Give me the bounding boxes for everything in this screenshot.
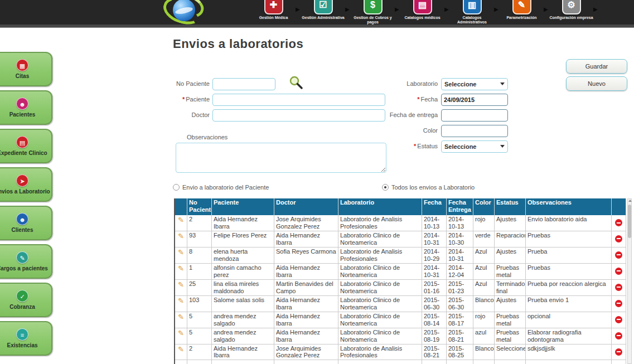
fecha-entrega-input[interactable] bbox=[441, 109, 508, 122]
col-color[interactable]: Color bbox=[473, 198, 495, 215]
cell-paciente: andrea mendez salgado bbox=[212, 328, 274, 344]
sidebar-item-appointments[interactable]: ▦ Citas bbox=[0, 52, 52, 86]
table-row-partial bbox=[175, 360, 626, 364]
table-row: ✎ 25 lina elisa mireles maldonado Martin… bbox=[175, 280, 626, 296]
radio-envio-paciente[interactable]: Envio a laboratorio del Paciente bbox=[173, 184, 269, 191]
sidebar-item-patients[interactable]: ☻ Pacientes bbox=[0, 90, 52, 125]
company-logo bbox=[163, 0, 206, 28]
cell-doctor: Jose Arquimides Gonzalez Perez bbox=[274, 344, 338, 361]
edit-row-icon[interactable]: ✎ bbox=[178, 216, 184, 224]
cell-doctor: Aida Hernandez Ibarra bbox=[274, 296, 338, 312]
table-row: ✎ 5 andrea mendez salgado Aida Hernandez… bbox=[175, 312, 626, 328]
nav-item-payments[interactable]: $ Gestion de Cobros y pagos bbox=[348, 0, 398, 25]
sidebar-item-lab-shipments[interactable]: ➤ Envios a Laboratorio bbox=[0, 167, 52, 202]
delete-row-icon[interactable] bbox=[615, 316, 622, 323]
fecha-input[interactable] bbox=[441, 94, 508, 106]
no-paciente-input[interactable] bbox=[212, 78, 275, 90]
scroll-up-arrow-icon[interactable] bbox=[628, 200, 632, 202]
delete-row-icon[interactable] bbox=[615, 332, 622, 339]
delete-row-icon[interactable] bbox=[615, 268, 622, 275]
cell-laboratorio: Laboratorio Clinico de Norteamerica bbox=[338, 280, 422, 296]
cell-observaciones: opcional bbox=[526, 312, 612, 328]
cell-fecha: 2015-08-14 bbox=[422, 312, 447, 328]
delete-row-icon[interactable] bbox=[615, 300, 622, 307]
nav-item-medical-management[interactable]: ✚ Gestión Médica bbox=[249, 0, 298, 20]
delete-row-icon[interactable] bbox=[615, 219, 622, 226]
company-settings-icon: ⚙ bbox=[562, 0, 581, 14]
col-paciente[interactable]: Paciente bbox=[212, 198, 274, 215]
paciente-input[interactable] bbox=[212, 94, 385, 106]
laboratorio-label: Laboratorio bbox=[368, 80, 438, 87]
nav-item-administrative-management[interactable]: ☑ Gestión Administrativa bbox=[298, 0, 348, 20]
col-no-paciente[interactable]: No Paciente bbox=[187, 198, 212, 215]
cell-estatus: Ajustes bbox=[495, 296, 526, 312]
col-fecha[interactable]: Fecha bbox=[422, 198, 447, 215]
laboratorio-select[interactable]: Seleccione bbox=[441, 78, 508, 90]
edit-row-icon[interactable]: ✎ bbox=[178, 345, 184, 353]
clinical-record-icon: ▤ bbox=[16, 136, 28, 148]
edit-row-icon[interactable]: ✎ bbox=[178, 313, 184, 321]
observaciones-textarea[interactable] bbox=[176, 143, 386, 173]
save-button[interactable]: Guardar bbox=[566, 59, 627, 74]
cell-fecha: 2015-08-21 bbox=[422, 344, 447, 361]
cell-estatus: Seleccione bbox=[495, 344, 526, 361]
delete-column-header bbox=[612, 198, 626, 215]
cell-fecha-entrega: 2015-06-30 bbox=[447, 296, 473, 312]
nav-item-medical-catalogs[interactable]: ▤ Catalogos médicos bbox=[398, 0, 447, 20]
cell-fecha-entrega: 2015-01-23 bbox=[447, 280, 473, 296]
cell-doctor: Martin Benavides del Campo bbox=[274, 280, 338, 296]
table-row: ✎ 2 Aida Hernandez Ibarra Jose Arquimide… bbox=[175, 344, 626, 361]
cell-fecha: 2014-10-13 bbox=[422, 215, 447, 231]
delete-row-icon[interactable] bbox=[615, 251, 622, 259]
cell-laboratorio: Laboratorio Clinico de Norteamerica bbox=[338, 264, 422, 280]
sidebar-item-label: Pacientes bbox=[9, 112, 36, 118]
radio-icon[interactable] bbox=[173, 184, 180, 191]
table-scrollbar[interactable] bbox=[627, 198, 632, 364]
edit-row-icon[interactable]: ✎ bbox=[178, 297, 184, 305]
cell-estatus: Ajustes bbox=[495, 215, 526, 231]
cell-paciente: Salome salas solis bbox=[212, 296, 274, 312]
edit-row-icon[interactable]: ✎ bbox=[178, 232, 184, 240]
sidebar-item-patient-charges[interactable]: ✎ Cargos a pacientes bbox=[0, 244, 52, 279]
cell-color: rojo bbox=[473, 215, 495, 231]
observaciones-label: Observaciones bbox=[187, 134, 243, 140]
sidebar-item-collections[interactable]: ✓ Cobranza bbox=[0, 283, 52, 317]
delete-row-icon[interactable] bbox=[615, 235, 622, 242]
delete-row-icon[interactable] bbox=[615, 284, 622, 291]
col-doctor[interactable]: Doctor bbox=[274, 198, 338, 215]
color-input[interactable] bbox=[441, 125, 508, 137]
cell-estatus: Ajustes bbox=[495, 247, 526, 264]
doctor-input[interactable] bbox=[212, 109, 385, 122]
col-fecha-entrega[interactable]: Fecha Entrega bbox=[447, 198, 473, 215]
cell-color: Azul bbox=[473, 264, 495, 280]
nav-item-company-settings[interactable]: ⚙ Configuración empresa bbox=[546, 0, 596, 20]
cell-no-paciente: 1 bbox=[187, 264, 212, 280]
cell-no-paciente: 8 bbox=[187, 247, 212, 264]
col-estatus[interactable]: Estatus bbox=[495, 198, 526, 215]
radio-todos-envios[interactable]: Todos los envios a Laboratorio bbox=[382, 184, 475, 191]
color-label: Color bbox=[368, 127, 438, 134]
col-laboratorio[interactable]: Laboratorio bbox=[338, 198, 422, 215]
scrollbar-thumb[interactable] bbox=[628, 205, 631, 238]
col-observaciones[interactable]: Observaciones bbox=[526, 198, 612, 215]
table-row: ✎ 5 andrea mendez salgado Aida Hernandez… bbox=[175, 328, 626, 344]
nav-item-parameters[interactable]: ✎ Parametrización bbox=[497, 0, 546, 20]
radio-envio-paciente-label: Envio a laboratorio del Paciente bbox=[182, 184, 269, 191]
edit-row-icon[interactable]: ✎ bbox=[178, 248, 184, 256]
sidebar-item-label: Existencias bbox=[7, 343, 37, 349]
edit-row-icon[interactable]: ✎ bbox=[178, 264, 184, 273]
search-icon[interactable] bbox=[288, 75, 304, 90]
edit-row-icon[interactable]: ✎ bbox=[178, 280, 184, 289]
delete-row-icon[interactable] bbox=[615, 348, 622, 356]
radio-icon-selected[interactable] bbox=[382, 184, 389, 191]
new-button[interactable]: Nuevo bbox=[566, 76, 627, 91]
nav-item-admin-catalogs[interactable]: ▥ Catalogos Administrativos bbox=[447, 0, 497, 25]
sidebar-item-clients[interactable]: ☻ Clientes bbox=[0, 206, 52, 240]
sidebar-item-stock[interactable]: ≡ Existencias bbox=[0, 321, 52, 356]
edit-row-icon[interactable]: ✎ bbox=[178, 329, 184, 337]
sidebar-item-clinical-record[interactable]: ▤ Expediente Clinico bbox=[0, 129, 52, 163]
nav-item-label: Gestión Médica bbox=[251, 16, 296, 20]
table-row: ✎ 103 Salome salas solis Aida Hernandez … bbox=[175, 296, 626, 312]
nav-item-label: Catalogos médicos bbox=[400, 16, 445, 20]
estatus-select[interactable]: Seleccione bbox=[441, 140, 508, 153]
